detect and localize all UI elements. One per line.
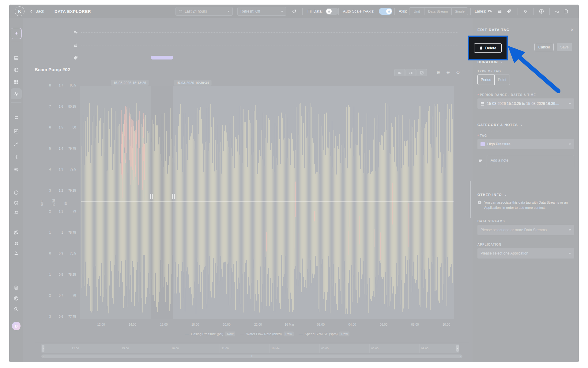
trash-icon	[479, 46, 483, 50]
tutorial-arrow	[499, 41, 567, 98]
page: K Back DATA EXPLORER Last 24 hours Refre…	[0, 0, 588, 368]
app-window: K Back DATA EXPLORER Last 24 hours Refre…	[9, 5, 579, 362]
delete-button[interactable]: Delete	[474, 43, 502, 53]
